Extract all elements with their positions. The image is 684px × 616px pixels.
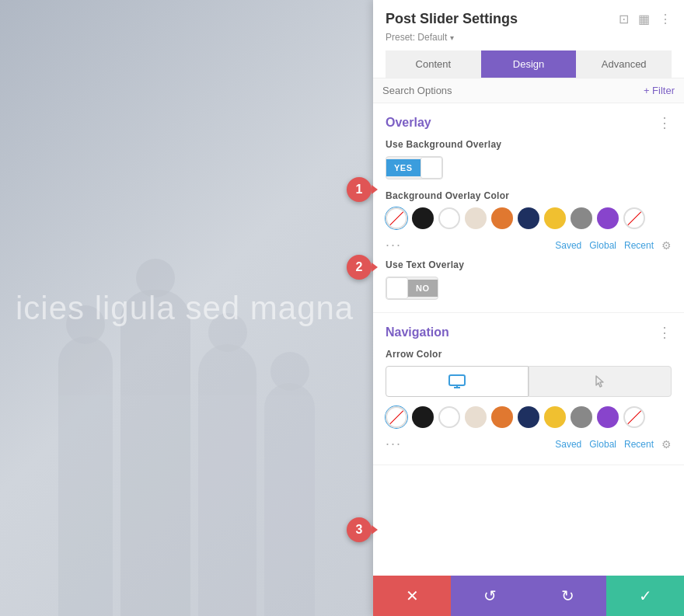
bg-overlay-toggle[interactable]: YES xyxy=(386,156,443,179)
arrow-color-buttons xyxy=(386,366,672,397)
settings-panel: Post Slider Settings ⊡ ▦ ⋮ Preset: Defau… xyxy=(373,0,684,616)
nav-color-swatch-yellow[interactable] xyxy=(544,406,566,428)
panel-footer: ✕ ↺ ↻ ✓ xyxy=(373,576,684,616)
nav-color-swatch-white[interactable] xyxy=(438,406,460,428)
undo-button[interactable]: ↺ xyxy=(451,576,529,616)
monitor-icon xyxy=(448,374,466,388)
step-badge-3: 3 xyxy=(347,517,372,542)
cursor-icon xyxy=(593,374,607,388)
screen-text: icies ligula sed magna xyxy=(16,290,354,327)
panel-header: Post Slider Settings ⊡ ▦ ⋮ Preset: Defau… xyxy=(373,0,684,78)
toggle-no-label: NO xyxy=(408,280,438,297)
filter-button[interactable]: + Filter xyxy=(644,85,675,96)
panel-header-top: Post Slider Settings ⊡ ▦ ⋮ xyxy=(386,11,672,27)
overlay-section-header: Overlay ⋮ xyxy=(386,116,672,130)
overlay-menu-icon[interactable]: ⋮ xyxy=(658,116,672,130)
panel-preset[interactable]: Preset: Default ▾ xyxy=(386,32,672,43)
text-overlay-toggle[interactable]: NO xyxy=(386,277,438,300)
arrow-color-light-btn[interactable] xyxy=(529,366,672,397)
nav-color-swatch-orange[interactable] xyxy=(491,406,513,428)
nav-color-more-dots[interactable]: ··· xyxy=(386,436,402,452)
overlay-color-settings-icon[interactable]: ⚙ xyxy=(661,239,672,252)
nav-color-swatch-beige[interactable] xyxy=(465,406,487,428)
text-overlay-toggle-container: NO xyxy=(386,277,672,300)
nav-color-settings-icon[interactable]: ⚙ xyxy=(661,438,672,451)
nav-color-actions: ··· Saved Global Recent ⚙ xyxy=(386,433,672,458)
arrow-color-dark-btn[interactable] xyxy=(386,366,529,397)
bg-overlay-toggle-container: YES xyxy=(386,156,672,179)
cancel-button[interactable]: ✕ xyxy=(373,576,451,616)
navigation-menu-icon[interactable]: ⋮ xyxy=(658,325,672,339)
color-swatch-beige[interactable] xyxy=(465,207,487,229)
nav-saved-link[interactable]: Saved xyxy=(555,439,581,450)
color-swatch-navy[interactable] xyxy=(518,207,539,229)
arrow-color-label: Arrow Color xyxy=(386,349,672,360)
use-bg-overlay-label: Use Background Overlay xyxy=(386,139,672,150)
navigation-section: Navigation ⋮ Arrow Color xyxy=(373,313,684,465)
background-area: icies ligula sed magna xyxy=(0,0,373,616)
color-swatch-none[interactable] xyxy=(386,207,407,229)
color-swatch-orange[interactable] xyxy=(491,207,513,229)
use-text-overlay-label: Use Text Overlay xyxy=(386,259,672,270)
redo-button[interactable]: ↻ xyxy=(529,576,606,616)
overlay-section: Overlay ⋮ Use Background Overlay YES Bac… xyxy=(373,103,684,313)
expand-icon[interactable]: ⊡ xyxy=(619,12,629,26)
overlay-global-link[interactable]: Global xyxy=(589,240,616,251)
overlay-recent-link[interactable]: Recent xyxy=(624,240,654,251)
nav-color-swatches xyxy=(386,406,672,428)
overlay-color-swatches xyxy=(386,207,672,229)
color-swatch-gray[interactable] xyxy=(571,207,592,229)
nav-global-link[interactable]: Global xyxy=(589,439,616,450)
nav-color-swatch-gray[interactable] xyxy=(571,406,592,428)
color-swatch-purple[interactable] xyxy=(597,207,619,229)
nav-recent-link[interactable]: Recent xyxy=(624,439,654,450)
tab-advanced[interactable]: Advanced xyxy=(576,50,672,78)
toggle-yes-label: YES xyxy=(386,159,421,176)
navigation-title: Navigation xyxy=(386,325,449,339)
nav-color-swatch-diagonal-red[interactable] xyxy=(623,406,645,428)
color-more-dots[interactable]: ··· xyxy=(386,237,402,253)
overlay-saved-link[interactable]: Saved xyxy=(555,240,581,251)
overlay-color-links: Saved Global Recent ⚙ xyxy=(555,239,672,252)
text-toggle-thumb[interactable] xyxy=(386,277,408,299)
search-bar: + Filter xyxy=(373,78,684,103)
more-icon[interactable]: ⋮ xyxy=(659,12,672,26)
step-badge-2: 2 xyxy=(347,255,372,280)
nav-color-links: Saved Global Recent ⚙ xyxy=(555,438,672,451)
screen-text-container: icies ligula sed magna xyxy=(0,0,373,616)
nav-color-swatch-purple[interactable] xyxy=(597,406,619,428)
tab-content[interactable]: Content xyxy=(386,50,481,78)
nav-color-swatch-black[interactable] xyxy=(412,406,434,428)
panel-header-icons: ⊡ ▦ ⋮ xyxy=(619,12,672,26)
toggle-thumb[interactable] xyxy=(421,157,442,179)
search-input[interactable] xyxy=(382,85,644,96)
tab-design[interactable]: Design xyxy=(481,50,577,78)
preset-arrow: ▾ xyxy=(450,33,454,42)
nav-color-swatch-none[interactable] xyxy=(386,406,407,428)
tabs-container: Content Design Advanced xyxy=(386,50,672,78)
columns-icon[interactable]: ▦ xyxy=(638,12,650,26)
color-swatch-white[interactable] xyxy=(438,207,460,229)
panel-content: Overlay ⋮ Use Background Overlay YES Bac… xyxy=(373,103,684,576)
color-swatch-diagonal-red[interactable] xyxy=(623,207,645,229)
panel-title: Post Slider Settings xyxy=(386,11,518,27)
overlay-color-actions: ··· Saved Global Recent ⚙ xyxy=(386,234,672,259)
color-swatch-yellow[interactable] xyxy=(544,207,566,229)
bg-overlay-color-label: Background Overlay Color xyxy=(386,190,672,201)
nav-color-swatch-navy[interactable] xyxy=(518,406,539,428)
step-badge-1: 1 xyxy=(347,177,372,202)
color-swatch-black[interactable] xyxy=(412,207,434,229)
overlay-title: Overlay xyxy=(386,116,431,130)
confirm-button[interactable]: ✓ xyxy=(606,576,684,616)
navigation-section-header: Navigation ⋮ xyxy=(386,325,672,339)
svg-rect-0 xyxy=(449,375,465,385)
